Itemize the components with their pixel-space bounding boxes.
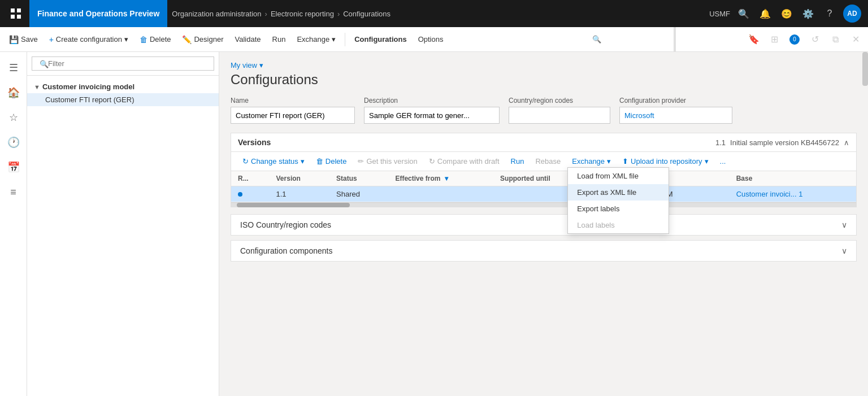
change-status-button[interactable]: ↻ Change status ▾ xyxy=(238,155,309,167)
load-from-xml-item[interactable]: Load from XML file xyxy=(568,168,669,184)
view-selector[interactable]: My view ▾ xyxy=(231,61,857,69)
save-icon: 💾 xyxy=(9,35,19,44)
iso-accordion-header[interactable]: ISO Country/region codes ∨ xyxy=(231,215,856,235)
badge-icon[interactable]: 0 xyxy=(787,32,802,47)
config-accordion-header[interactable]: Configuration components ∨ xyxy=(231,241,856,261)
versions-table: R... Version Status Effective from ▾ Sup… xyxy=(231,171,856,202)
row-indicator-dot xyxy=(238,192,242,197)
h-scroll-area[interactable] xyxy=(231,202,856,207)
sidebar-icon-list[interactable]: ≡ xyxy=(2,181,25,203)
versions-actions: ↻ Change status ▾ 🗑 Delete ✏ Get this ve… xyxy=(231,152,856,171)
main-layout: ☰ 🏠 ☆ 🕐 📅 ≡ 🔍 ▼ Customer invoicing model… xyxy=(0,52,868,396)
create-configuration-button[interactable]: + Create configuration ▾ xyxy=(45,33,133,46)
validate-button[interactable]: Validate xyxy=(231,33,266,46)
versions-info: 1.1 Initial sample version KB4456722 xyxy=(715,138,839,147)
search-icon[interactable]: 🔍 xyxy=(736,6,752,21)
tree-item-child-label: Customer FTI report (GER) xyxy=(45,95,134,104)
layout-icon[interactable]: ⊞ xyxy=(766,32,782,47)
avatar[interactable]: AD xyxy=(843,5,861,23)
exchange-chevron-icon: ▾ xyxy=(332,35,336,43)
tree-item-parent-label: Customer invoicing model xyxy=(42,82,134,91)
breadcrumb-sep-2: › xyxy=(337,10,340,18)
toolbar-search[interactable]: 🔍 xyxy=(589,32,605,47)
configurations-tab[interactable]: Configurations xyxy=(350,33,411,46)
iso-chevron-icon: ∨ xyxy=(841,220,847,229)
country-value[interactable] xyxy=(509,107,610,124)
notification-icon[interactable]: 🔔 xyxy=(757,6,773,21)
sidebar-icon-menu[interactable]: ☰ xyxy=(2,56,25,79)
user-org: USMF xyxy=(709,10,730,18)
breadcrumb-er[interactable]: Electronic reporting xyxy=(271,10,334,18)
main-content: My view ▾ Configurations Name Descriptio… xyxy=(219,52,868,396)
content-inner: My view ▾ Configurations Name Descriptio… xyxy=(219,52,868,275)
form-field-description: Description xyxy=(364,97,500,124)
table-row[interactable]: 1.1 Shared 7/31/2018 5:51:01 AM Customer… xyxy=(231,186,856,202)
breadcrumb-config[interactable]: Configurations xyxy=(343,10,390,18)
page-title: Configurations xyxy=(231,72,857,88)
delete-toolbar-button[interactable]: 🗑 Delete xyxy=(135,33,176,46)
versions-collapse-icon[interactable]: ∧ xyxy=(844,138,849,147)
top-right-icons: USMF 🔍 🔔 😊 ⚙️ ? AD xyxy=(709,5,861,23)
row-base[interactable]: Customer invoici... 1 xyxy=(730,186,856,202)
row-effective-from xyxy=(388,186,493,202)
load-labels-item[interactable]: Load labels xyxy=(568,217,669,233)
help-icon[interactable]: ? xyxy=(822,6,837,21)
options-tab[interactable]: Options xyxy=(414,33,448,46)
app-grid-icon[interactable] xyxy=(7,5,25,23)
sidebar-icon-clock[interactable]: 🕐 xyxy=(2,131,25,154)
provider-value[interactable]: Microsoft xyxy=(619,107,732,124)
export-as-xml-item[interactable]: Export as XML file xyxy=(568,184,669,201)
settings-icon[interactable]: ⚙️ xyxy=(800,6,816,21)
open-new-icon[interactable]: ⧉ xyxy=(827,32,843,47)
versions-note: Initial sample version KB4456722 xyxy=(730,138,839,147)
filter-input[interactable] xyxy=(32,56,214,71)
app-title: Finance and Operations Preview xyxy=(29,0,167,27)
smiley-icon[interactable]: 😊 xyxy=(779,6,795,21)
table-header-row: R... Version Status Effective from ▾ Sup… xyxy=(231,171,856,186)
refresh-icon[interactable]: ↺ xyxy=(807,32,823,47)
designer-button[interactable]: ✏️ Designer xyxy=(177,33,228,46)
col-version: Version xyxy=(270,171,330,186)
name-input[interactable] xyxy=(231,107,355,124)
breadcrumb-sep-1: › xyxy=(265,10,267,18)
provider-label: Configuration provider xyxy=(619,97,732,105)
description-label: Description xyxy=(364,97,500,105)
delete-version-button[interactable]: 🗑 Delete xyxy=(311,155,351,167)
tree-item-parent[interactable]: ▼ Customer invoicing model xyxy=(27,80,219,93)
expand-icon: ▼ xyxy=(34,84,40,90)
run-toolbar-button[interactable]: Run xyxy=(268,33,290,46)
v-scroll-thumb[interactable] xyxy=(862,52,868,86)
h-scroll-thumb[interactable] xyxy=(237,203,350,207)
get-this-version-button[interactable]: ✏ Get this version xyxy=(353,155,422,167)
sidebar-icon-home[interactable]: 🏠 xyxy=(2,81,25,104)
save-button[interactable]: 💾 Save xyxy=(5,33,42,46)
upload-into-repository-button[interactable]: ⬆ Upload into repository ▾ xyxy=(618,155,713,167)
exchange-version-button[interactable]: Exchange ▾ xyxy=(567,155,615,167)
form-field-country: Country/region codes xyxy=(509,97,610,124)
sidebar-icon-star[interactable]: ☆ xyxy=(2,106,25,129)
close-icon[interactable]: ✕ xyxy=(848,32,863,47)
filter-col-icon: ▾ xyxy=(445,175,448,182)
run-version-button[interactable]: Run xyxy=(506,155,529,167)
designer-icon: ✏️ xyxy=(182,35,192,44)
iso-section: ISO Country/region codes ∨ xyxy=(231,214,857,236)
export-labels-item[interactable]: Export labels xyxy=(568,201,669,217)
name-label: Name xyxy=(231,97,355,105)
versions-table-wrap: R... Version Status Effective from ▾ Sup… xyxy=(231,171,856,202)
change-status-icon: ↻ xyxy=(242,157,249,166)
v-scroll-track[interactable] xyxy=(862,52,868,396)
rebase-button[interactable]: Rebase xyxy=(531,155,565,167)
delete-version-icon: 🗑 xyxy=(316,157,323,166)
description-input[interactable] xyxy=(364,107,500,124)
bookmark-icon[interactable]: 🔖 xyxy=(746,32,762,47)
country-label: Country/region codes xyxy=(509,97,610,105)
exchange-toolbar-button[interactable]: Exchange ▾ xyxy=(292,33,340,46)
tree-item-child[interactable]: Customer FTI report (GER) xyxy=(27,93,219,106)
sidebar-icon-calendar[interactable]: 📅 xyxy=(2,156,25,179)
versions-section: Versions 1.1 Initial sample version KB44… xyxy=(231,133,857,207)
compare-with-draft-button[interactable]: ↻ Compare with draft xyxy=(424,155,504,167)
breadcrumb-org[interactable]: Organization administration xyxy=(172,10,261,18)
tree-filter: 🔍 xyxy=(27,52,219,76)
more-actions-button[interactable]: ... xyxy=(715,155,731,167)
svg-rect-2 xyxy=(11,15,15,19)
